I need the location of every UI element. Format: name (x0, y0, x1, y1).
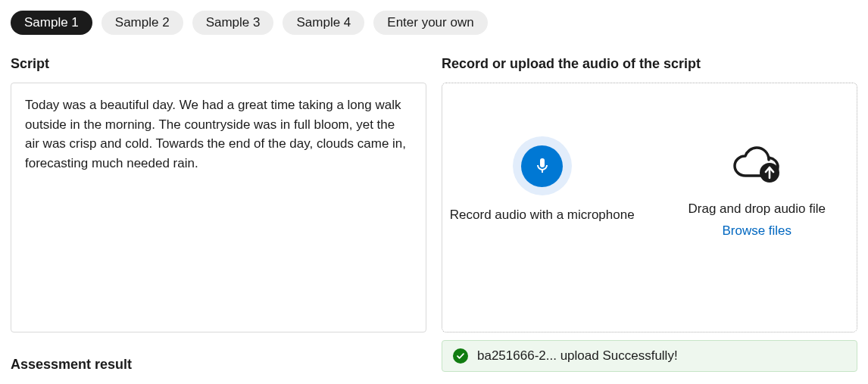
microphone-icon (533, 157, 551, 175)
tab-enter-your-own[interactable]: Enter your own (373, 11, 487, 35)
record-option: Record audio with a microphone (442, 136, 642, 225)
tab-sample-2[interactable]: Sample 2 (101, 11, 183, 35)
upload-option: Drag and drop audio file Browse files (657, 136, 857, 239)
script-textarea[interactable] (11, 83, 426, 332)
drop-label: Drag and drop audio file (688, 200, 826, 219)
tab-sample-1[interactable]: Sample 1 (11, 11, 92, 35)
cloud-upload-icon (732, 142, 782, 187)
sample-tabs: Sample 1 Sample 2 Sample 3 Sample 4 Ente… (11, 11, 857, 35)
browse-files-link[interactable]: Browse files (722, 223, 792, 239)
success-check-icon (453, 348, 468, 364)
record-button[interactable] (513, 136, 572, 195)
record-upload-heading: Record or upload the audio of the script (442, 56, 857, 72)
record-label: Record audio with a microphone (450, 206, 635, 225)
upload-status-banner: ba251666-2... upload Successfully! (442, 340, 857, 372)
upload-drop-area[interactable]: Record audio with a microphone Drag and … (442, 83, 857, 332)
assessment-result-heading: Assessment result (11, 357, 426, 373)
tab-sample-4[interactable]: Sample 4 (283, 11, 364, 35)
script-heading: Script (11, 56, 426, 72)
tab-sample-3[interactable]: Sample 3 (192, 11, 274, 35)
upload-status-text: ba251666-2... upload Successfully! (477, 348, 678, 364)
